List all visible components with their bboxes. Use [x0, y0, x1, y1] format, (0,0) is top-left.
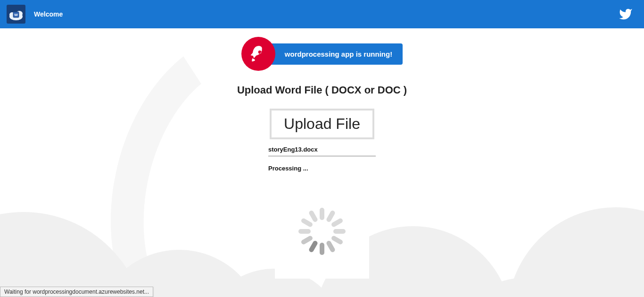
rocket-icon [249, 44, 268, 63]
upload-file-button[interactable]: Upload File [270, 109, 374, 139]
status-banner: wordprocessing app is running! [267, 43, 403, 65]
svg-text:W: W [14, 13, 18, 17]
banner-row: wordprocessing app is running! [241, 37, 403, 71]
twitter-icon[interactable] [619, 7, 633, 21]
topbar-left: W Welcome [7, 5, 63, 24]
logo-icon: W [8, 7, 24, 21]
browser-status-bar: Waiting for wordprocessingdocument.azure… [0, 287, 153, 297]
app-logo[interactable]: W [7, 5, 25, 24]
main-content: wordprocessing app is running! Upload Wo… [0, 28, 644, 279]
rocket-badge [241, 37, 275, 71]
loading-spinner-icon [298, 208, 346, 255]
uploaded-filename: storyEng13.docx [268, 139, 376, 156]
welcome-text: Welcome [34, 10, 63, 18]
topbar: W Welcome [0, 0, 644, 28]
page-heading: Upload Word File ( DOCX or DOC ) [237, 84, 407, 96]
spinner-container [275, 184, 369, 279]
processing-text: Processing ... [268, 156, 376, 174]
